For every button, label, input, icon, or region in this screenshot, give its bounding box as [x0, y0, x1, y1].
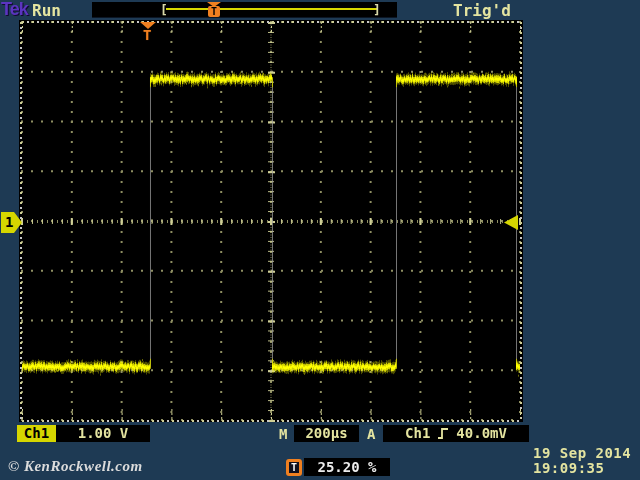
time-readout: 19:09:35: [533, 461, 631, 476]
date-readout: 19 Sep 2014: [533, 446, 631, 461]
record-length-line: [166, 8, 378, 10]
oscilloscope-screen: Tek Run [ ] T Trig'd T 1 Ch1 1.00 V M 20…: [0, 0, 640, 480]
channel-1-scale-readout: 1.00 V: [56, 425, 150, 442]
trigger-time-marker: T: [143, 27, 151, 43]
trigger-t-icon: T: [208, 6, 220, 17]
record-window-right-bracket: ]: [373, 2, 381, 17]
channel-1-badge: Ch1: [17, 425, 56, 442]
watermark: © KenRockwell.com: [8, 458, 143, 475]
trigger-readout: Ch1 40.0mV: [383, 425, 529, 442]
graticule-and-waveform-canvas: [0, 0, 640, 480]
tek-logo: Tek: [1, 0, 28, 20]
trigger-position-readout: 25.20 %: [304, 458, 390, 476]
record-position-bar: [ ] T: [92, 2, 397, 18]
rising-edge-icon: [437, 427, 449, 440]
trigger-position-icon: T: [286, 459, 302, 476]
trigger-source: Ch1: [405, 425, 430, 442]
trigger-a-label: A: [367, 426, 375, 442]
main-timebase-label: M: [279, 426, 287, 442]
trigger-level-value: 40.0mV: [456, 425, 507, 442]
datetime-readout: 19 Sep 2014 19:09:35: [533, 446, 631, 476]
acquisition-status: Run: [32, 1, 61, 20]
trigger-status: Trig'd: [453, 1, 511, 20]
timebase-readout: 200µs: [294, 425, 359, 442]
record-trigger-position-marker: T: [206, 2, 222, 17]
